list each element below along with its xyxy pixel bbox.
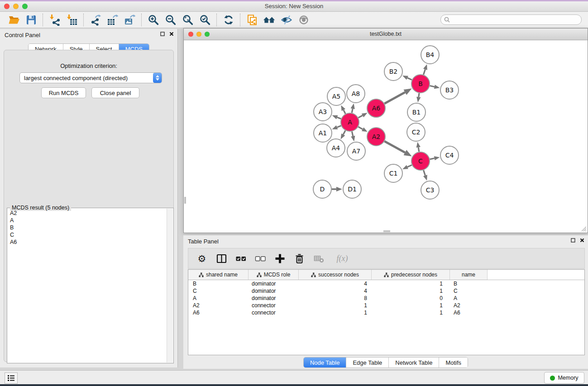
network-graph[interactable]: B4B2BB3A8A5A6B1A3AA1C2A2A4A7C4CC1C3DD1 (184, 40, 587, 232)
network-canvas[interactable]: B4B2BB3A8A5A6B1A3AA1C2A2A4A7C4CC1C3DD1 (184, 40, 587, 232)
table-row[interactable]: Bdominator41B (188, 280, 584, 287)
tab-node-table[interactable]: Node Table (304, 357, 347, 367)
graph-edge-A-A5[interactable] (344, 110, 345, 114)
delete-columns-button[interactable] (293, 253, 305, 264)
tab-motifs[interactable]: Motifs (439, 357, 468, 367)
apply-layout-button[interactable] (222, 14, 235, 26)
graph-edge-B-B2[interactable] (407, 78, 412, 80)
mcds-result-list[interactable]: A2ABCA6 (8, 210, 167, 362)
table-cell[interactable]: A2 (450, 302, 488, 309)
tab-edge-table[interactable]: Edge Table (346, 357, 389, 367)
function-builder-button[interactable]: f(x) (332, 253, 352, 264)
save-session-button[interactable] (25, 14, 38, 26)
table-cell[interactable]: A6 (188, 310, 249, 316)
graph-edge-A-A4[interactable] (343, 130, 345, 134)
table-cell[interactable]: 1 (372, 281, 450, 287)
graph-edge-A-A7[interactable] (352, 132, 353, 136)
graph-edge-B-B1[interactable] (419, 93, 419, 97)
float-panel-icon[interactable] (160, 32, 165, 36)
horizontal-scroll-indicator[interactable] (383, 230, 390, 232)
select-all-button[interactable] (235, 253, 247, 264)
table-cell[interactable]: dominator (249, 288, 299, 294)
tab-network-table[interactable]: Network Table (389, 357, 439, 367)
table-cell[interactable]: B (450, 281, 488, 287)
table-row[interactable]: Cdominator41C (188, 287, 584, 295)
table-cell[interactable]: 4 (299, 281, 372, 287)
table-cell[interactable]: 1 (299, 310, 372, 316)
delete-table-button[interactable] (313, 253, 325, 264)
table-cell[interactable]: 1 (372, 288, 450, 294)
column-header-mcds-role[interactable]: MCDS role (249, 270, 299, 280)
mcds-result-item[interactable]: B (8, 224, 167, 231)
zoom-out-button[interactable] (164, 14, 177, 26)
table-cell[interactable]: connector (249, 310, 299, 316)
zoom-selected-button[interactable] (199, 14, 211, 26)
search-field[interactable] (440, 14, 582, 25)
float-panel-icon[interactable] (571, 238, 575, 243)
table-cell[interactable]: A (450, 295, 488, 301)
mcds-result-item[interactable]: A2 (8, 210, 167, 217)
task-history-button[interactable] (5, 372, 18, 384)
open-session-button[interactable] (8, 14, 20, 26)
graph-edge-C-C3[interactable] (424, 170, 425, 176)
table-cell[interactable]: 1 (372, 302, 450, 309)
close-panel-icon[interactable] (169, 32, 174, 36)
table-cell[interactable]: connector (249, 302, 299, 309)
zoom-fit-button[interactable] (182, 14, 194, 26)
graph-edge-A-A8[interactable] (352, 109, 353, 113)
graph-edge-B-B3[interactable] (430, 86, 435, 86)
hide-selected-button[interactable] (280, 14, 293, 26)
table-cell[interactable]: 4 (299, 288, 372, 294)
mcds-result-item[interactable]: C (8, 231, 167, 238)
column-header-successor-nodes[interactable]: successor nodes (299, 270, 372, 280)
memory-button[interactable]: Memory (544, 372, 584, 384)
network-window-titlebar[interactable]: testGlobe.txt (184, 29, 588, 40)
table-cell[interactable]: A (188, 295, 249, 301)
graph-edge-A6-B[interactable] (384, 92, 405, 104)
table-cell[interactable]: A2 (188, 302, 249, 309)
graph-edge-A-A6[interactable] (359, 115, 363, 118)
table-cell[interactable]: C (188, 288, 249, 294)
mcds-result-item[interactable]: A6 (8, 238, 167, 246)
export-network-button[interactable] (89, 14, 102, 26)
run-mcds-button[interactable]: Run MCDS (41, 87, 86, 98)
table-cell[interactable]: dominator (249, 295, 299, 301)
table-cell[interactable]: C (450, 288, 488, 294)
zoom-in-button[interactable] (147, 14, 160, 26)
column-header-predecessor-nodes[interactable]: predecessor nodes (372, 270, 450, 280)
graph-edge-A-A3[interactable] (337, 117, 341, 119)
table-cell[interactable]: 1 (372, 310, 450, 316)
close-panel-button[interactable]: Close panel (91, 87, 139, 98)
resize-grip-icon[interactable] (580, 225, 587, 232)
table-cell[interactable]: 1 (299, 302, 372, 309)
deselect-all-button[interactable] (254, 253, 266, 264)
criterion-select[interactable]: largest connected component (directed) (19, 72, 162, 83)
table-options-button[interactable]: ⚙ (196, 253, 208, 264)
graph-edge-C-C4[interactable] (430, 158, 435, 159)
create-column-button[interactable] (274, 253, 286, 264)
export-image-button[interactable] (124, 14, 136, 26)
table-row[interactable]: Adominator80A (188, 295, 584, 302)
show-all-button[interactable] (297, 14, 310, 26)
graph-edge-A-A1[interactable] (337, 126, 341, 128)
graph-edge-C-C1[interactable] (407, 165, 412, 167)
table-cell[interactable]: B (188, 281, 249, 287)
import-network-button[interactable] (48, 14, 61, 26)
graph-edge-B-B4[interactable] (424, 69, 425, 75)
export-table-button[interactable] (106, 14, 119, 26)
column-header-name[interactable]: name (450, 270, 488, 280)
table-row[interactable]: A2connector11A2 (188, 302, 584, 309)
import-table-button[interactable] (66, 14, 78, 26)
table-mode-button[interactable] (215, 253, 227, 264)
vertical-scroll-indicator[interactable] (184, 197, 186, 204)
table-cell[interactable]: 8 (299, 295, 372, 301)
table-row[interactable]: A6connector11A6 (188, 309, 584, 316)
column-header-shared-name[interactable]: shared name (188, 270, 249, 280)
clone-network-button[interactable] (246, 14, 258, 26)
mcds-list-scrollbar[interactable] (167, 209, 173, 362)
table-cell[interactable]: 0 (372, 295, 450, 301)
mcds-result-item[interactable]: A (8, 217, 167, 224)
close-panel-icon[interactable] (580, 238, 584, 243)
table-cell[interactable]: dominator (249, 281, 299, 287)
search-input[interactable] (452, 16, 578, 24)
